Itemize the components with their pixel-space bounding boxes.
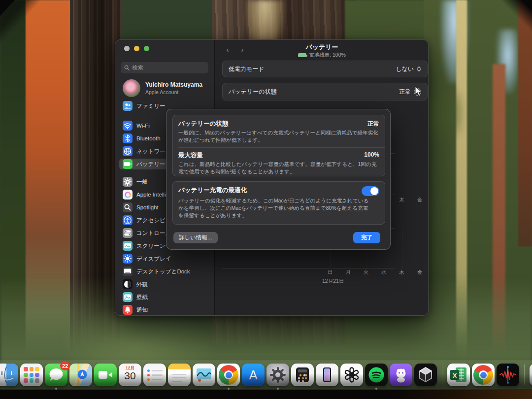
- usage-chart-day-label: 火: [360, 269, 372, 276]
- dock-item-excel[interactable]: X: [447, 364, 470, 386]
- usage-chart-day-label: 月: [342, 269, 354, 276]
- sidebar-item-壁紙[interactable]: 壁紙: [119, 292, 211, 302]
- family-icon: [123, 101, 133, 111]
- minimize-button[interactable]: [134, 46, 139, 51]
- svg-text:X: X: [453, 372, 457, 379]
- battery-icon: [123, 159, 133, 169]
- dock-divider: [442, 365, 442, 385]
- battery-chart-day-label: 木: [396, 197, 408, 203]
- screensaver-icon: [123, 241, 133, 251]
- dock-item-app-store[interactable]: A: [242, 364, 265, 386]
- accessibility-icon: [123, 215, 133, 225]
- dock-item-system-settings[interactable]: [266, 364, 289, 386]
- globe-icon: [123, 146, 133, 156]
- chevron-up-down-icon: [417, 66, 421, 72]
- search-input[interactable]: 検索: [121, 62, 208, 73]
- apple-intelligence-icon: [123, 190, 133, 200]
- dock-item-calculator[interactable]: [291, 364, 314, 386]
- dock-item-chrome[interactable]: [217, 364, 240, 386]
- dock-item-chrome-2[interactable]: [472, 364, 495, 386]
- battery-icon: [298, 53, 306, 57]
- done-button[interactable]: 完了: [353, 232, 380, 243]
- dialog-battery-health-title: バッテリーの状態: [178, 120, 228, 128]
- dock-item-launchpad[interactable]: [20, 364, 43, 386]
- battery-health-row: バッテリーの状態 正常 i: [222, 83, 428, 100]
- usage-chart-gridline: [222, 268, 395, 268]
- usage-chart-day-label: 水: [378, 269, 390, 276]
- battery-health-label: バッテリーの状態: [229, 88, 276, 96]
- dock-item-maps[interactable]: [69, 364, 92, 386]
- notification-badge: 22: [60, 361, 70, 370]
- dock-item-iphone-mirroring[interactable]: [316, 364, 338, 386]
- dock-item-github-desktop[interactable]: [390, 364, 412, 386]
- bluetooth-icon: [123, 133, 133, 143]
- profile-name: Yuichiro Matsuyama: [145, 81, 202, 89]
- profile-subtitle: Apple Account: [145, 89, 202, 95]
- dock-divider: [524, 365, 525, 385]
- dialog-max-capacity-description: これは、新品時と比較したバッテリー容量の基準です。容量が低下すると、1回の充電で…: [178, 161, 379, 175]
- dock-item-audio-recorder-app[interactable]: [497, 364, 519, 386]
- usage-chart-vgridline: [402, 228, 402, 268]
- sidebar-item-外観[interactable]: 外観: [119, 279, 211, 290]
- low-power-mode-label: 低電力モード: [229, 65, 265, 73]
- dock-item-spotify[interactable]: [365, 364, 388, 386]
- usage-chart-date-label: 12月21日: [322, 278, 344, 285]
- search-placeholder: 検索: [132, 64, 143, 71]
- dock-item-reminders[interactable]: [143, 364, 166, 386]
- usage-chart-day-label: 金: [414, 269, 426, 276]
- spotlight-icon: [123, 202, 133, 212]
- control-center-icon: [123, 228, 133, 238]
- battery-chart-day-label: 金: [414, 197, 426, 203]
- usage-chart-vgridline: [420, 228, 420, 268]
- dock: 2212月30AX: [0, 361, 532, 389]
- wallpaper-icon: [123, 292, 133, 302]
- dock-item-calendar[interactable]: 12月30: [119, 364, 141, 386]
- sidebar-item-デスクトップとDock[interactable]: デスクトップとDock: [119, 266, 211, 277]
- more-info-button[interactable]: 詳しい情報...: [173, 232, 218, 243]
- usage-chart-day-label: 日: [324, 269, 336, 276]
- dialog-optimized-charging-description: バッテリーの劣化を軽減するため、このMacが日ごろどのように充電されているかを学…: [178, 197, 370, 219]
- desk-surface: [0, 390, 532, 399]
- wifi-icon: [123, 121, 133, 131]
- dock-item-finder[interactable]: [0, 364, 18, 386]
- dock-item-messages[interactable]: 22: [45, 364, 67, 386]
- low-power-mode-row: 低電力モード しない: [222, 61, 428, 77]
- page-title: バッテリー: [215, 43, 429, 52]
- dock-item-trash[interactable]: [530, 364, 532, 386]
- display-icon: [123, 254, 133, 264]
- battery-status-label: 電池残量: 100%: [309, 52, 346, 59]
- battery-status-line: 電池残量: 100%: [215, 52, 429, 59]
- close-button[interactable]: [124, 46, 130, 51]
- avatar: [123, 79, 140, 97]
- notifications-icon: [123, 305, 133, 315]
- desktop-dock-icon: [123, 266, 133, 276]
- gear-icon: [123, 177, 133, 187]
- zoom-button[interactable]: [144, 46, 149, 51]
- battery-health-dialog: バッテリーの状態 正常 一般的に、Macのバッテリーはすべての充電式バッテリーと…: [166, 109, 391, 250]
- low-power-mode-popup[interactable]: しない: [396, 65, 421, 73]
- dialog-max-capacity-title: 最大容量: [178, 151, 203, 160]
- dialog-battery-health-value: 正常: [367, 120, 379, 128]
- dialog-battery-health-description: 一般的に、Macのバッテリーはすべての充電式バッテリーと同様に消耗品で経年劣化が…: [178, 129, 379, 144]
- photo-of-screen: 検索 Yuichiro Matsuyama Apple Account ファミリ…: [0, 0, 532, 399]
- dock-item-3d-model-app[interactable]: [414, 364, 437, 386]
- dock-item-facetime[interactable]: [94, 364, 117, 386]
- usage-chart-day-label: 木: [396, 269, 408, 276]
- mouse-cursor: [414, 86, 424, 98]
- battery-health-value: 正常: [399, 88, 411, 96]
- dock-item-freeform[interactable]: [193, 364, 215, 386]
- sidebar-item-ディスプレイ[interactable]: ディスプレイ: [119, 253, 211, 264]
- dock-item-notes[interactable]: [168, 364, 191, 386]
- optimized-charging-toggle[interactable]: [362, 186, 379, 196]
- dialog-optimized-charging-title: バッテリー充電の最適化: [178, 186, 247, 195]
- sidebar-item-通知[interactable]: 通知: [119, 304, 211, 315]
- search-icon: [124, 65, 130, 70]
- apple-account-item[interactable]: Yuichiro Matsuyama Apple Account: [123, 79, 211, 98]
- appearance-icon: [123, 279, 133, 289]
- dialog-max-capacity-value: 100%: [364, 151, 379, 158]
- dock-item-chatgpt[interactable]: [340, 364, 363, 386]
